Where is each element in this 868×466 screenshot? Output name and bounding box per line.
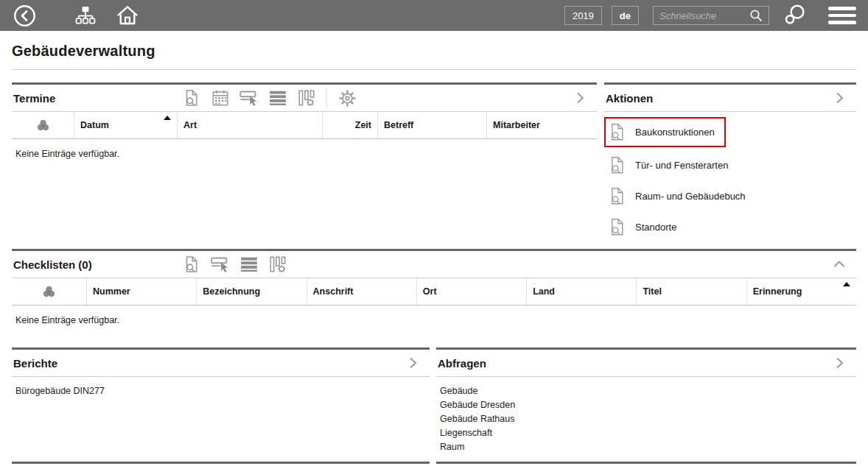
column-header-erinnerung[interactable]: Erinnerung bbox=[746, 278, 856, 305]
calendar-icon[interactable] bbox=[210, 88, 230, 108]
column-header-titel[interactable]: Titel bbox=[636, 278, 746, 305]
column-header-betreff[interactable]: Betreff bbox=[377, 112, 486, 138]
query-item-gebaeude-dresden[interactable]: Gebäude Dresden bbox=[440, 398, 515, 412]
chevron-right-icon bbox=[572, 90, 588, 106]
sort-ascending-icon[interactable] bbox=[164, 116, 171, 120]
abfragen-panel: Abfragen Gebäude Gebäude Dresden Gebäude… bbox=[436, 347, 856, 464]
column-header-ort[interactable]: Ort bbox=[416, 278, 526, 305]
checklisten-table-header: Nummer Bezeichnung Anschrift Ort Land Ti… bbox=[12, 278, 856, 306]
home-icon bbox=[116, 4, 139, 27]
report-item-buerogebaeude-din277[interactable]: Bürogebäude DIN277 bbox=[15, 384, 105, 398]
quick-search-box[interactable] bbox=[653, 6, 769, 25]
column-settings-icon[interactable] bbox=[296, 88, 316, 108]
menu-icon bbox=[828, 7, 856, 10]
group-column-header[interactable] bbox=[12, 112, 74, 138]
year-selector-button[interactable]: 2019 bbox=[564, 6, 602, 25]
checklisten-collapse-button[interactable] bbox=[831, 256, 847, 272]
column-header-datum[interactable]: Datum bbox=[74, 112, 177, 138]
select-panel-icon[interactable] bbox=[210, 255, 230, 275]
query-item-gebaeude-rathaus[interactable]: Gebäude Rathaus bbox=[440, 412, 514, 426]
column-header-art[interactable]: Art bbox=[177, 112, 322, 138]
query-item-raum[interactable]: Raum bbox=[440, 440, 464, 454]
back-button[interactable] bbox=[13, 4, 36, 27]
report-document-icon bbox=[609, 186, 626, 206]
abfragen-expand-button[interactable] bbox=[831, 355, 847, 371]
column-header-bezeichnung[interactable]: Bezeichnung bbox=[196, 278, 306, 305]
berichte-panel-title: Berichte bbox=[13, 357, 57, 370]
chevron-right-icon bbox=[831, 355, 847, 371]
abfragen-panel-title: Abfragen bbox=[438, 357, 486, 370]
report-document-icon bbox=[609, 122, 626, 142]
termine-panel-title: Termine bbox=[13, 92, 181, 105]
rows-view-icon[interactable] bbox=[267, 88, 287, 108]
chevron-up-icon bbox=[831, 256, 847, 272]
language-selector-button[interactable]: de bbox=[612, 6, 639, 25]
rows-view-icon[interactable] bbox=[239, 255, 259, 275]
back-circle-icon bbox=[13, 4, 36, 27]
report-preview-icon[interactable] bbox=[181, 88, 201, 108]
report-document-icon bbox=[609, 217, 626, 237]
aktionen-list: Baukonstruktionen Tür- und Fensterarten … bbox=[604, 112, 856, 249]
chevron-right-icon bbox=[831, 90, 847, 106]
berichte-list: Bürogebäude DIN277 bbox=[12, 377, 430, 462]
cluster-icon bbox=[41, 284, 57, 300]
column-settings-icon[interactable] bbox=[267, 255, 287, 275]
query-item-gebaeude[interactable]: Gebäude bbox=[440, 384, 477, 398]
action-item-standorte[interactable]: Standorte bbox=[609, 211, 676, 242]
aktionen-panel: Aktionen Baukonstruktionen bbox=[604, 82, 856, 249]
termine-toolbar bbox=[181, 88, 357, 108]
action-item-raum-und-gebaeudebuch[interactable]: Raum- und Gebäudebuch bbox=[609, 180, 746, 211]
search-icon[interactable] bbox=[748, 7, 764, 24]
quick-search-input[interactable] bbox=[659, 10, 748, 21]
berichte-expand-button[interactable] bbox=[405, 355, 421, 371]
column-header-zeit[interactable]: Zeit bbox=[322, 112, 377, 138]
select-panel-icon[interactable] bbox=[239, 88, 259, 108]
column-header-mitarbeiter[interactable]: Mitarbeiter bbox=[486, 112, 597, 138]
termine-expand-button[interactable] bbox=[572, 90, 588, 106]
report-document-icon bbox=[609, 155, 626, 175]
main-menu-button[interactable] bbox=[828, 7, 856, 24]
checklisten-panel: Checklisten (0) bbox=[12, 249, 856, 347]
chevron-right-icon bbox=[405, 355, 421, 371]
checklisten-empty-message: Keine Einträge verfügbar. bbox=[12, 306, 856, 325]
sitemap-icon bbox=[74, 4, 97, 27]
title-divider bbox=[12, 69, 856, 70]
group-column-header[interactable] bbox=[12, 278, 86, 305]
checklisten-panel-title: Checklisten (0) bbox=[13, 258, 181, 271]
termine-table-header: Datum Art Zeit Betreff Mitarbeiter bbox=[12, 112, 597, 139]
column-header-land[interactable]: Land bbox=[526, 278, 636, 305]
aktionen-panel-title: Aktionen bbox=[606, 92, 653, 105]
abfragen-list: Gebäude Gebäude Dresden Gebäude Rathaus … bbox=[436, 377, 856, 462]
top-navigation-bar: 2019 de bbox=[0, 0, 868, 31]
termine-empty-message: Keine Einträge verfügbar. bbox=[12, 139, 597, 159]
checklisten-toolbar bbox=[181, 255, 287, 275]
action-item-tuer-und-fensterarten[interactable]: Tür- und Fensterarten bbox=[609, 149, 728, 180]
cluster-icon bbox=[35, 118, 51, 133]
advanced-search-icon bbox=[782, 2, 808, 29]
column-header-anschrift[interactable]: Anschrift bbox=[307, 278, 416, 305]
action-item-baukonstruktionen[interactable]: Baukonstruktionen bbox=[604, 117, 726, 147]
report-preview-icon[interactable] bbox=[181, 255, 201, 275]
sort-ascending-icon[interactable] bbox=[843, 282, 850, 286]
column-header-nummer[interactable]: Nummer bbox=[86, 278, 196, 305]
settings-gear-icon[interactable] bbox=[337, 88, 357, 108]
berichte-panel: Berichte Bürogebäude DIN277 bbox=[12, 347, 430, 464]
aktionen-expand-button[interactable] bbox=[831, 90, 847, 106]
structure-tree-button[interactable] bbox=[74, 4, 97, 27]
advanced-search-button[interactable] bbox=[782, 2, 808, 29]
toolbar-separator bbox=[326, 88, 327, 107]
query-item-liegenschaft[interactable]: Liegenschaft bbox=[440, 426, 492, 440]
page-title: Gebäudeverwaltung bbox=[12, 43, 856, 60]
home-button[interactable] bbox=[116, 4, 139, 27]
termine-panel: Termine bbox=[12, 82, 597, 249]
